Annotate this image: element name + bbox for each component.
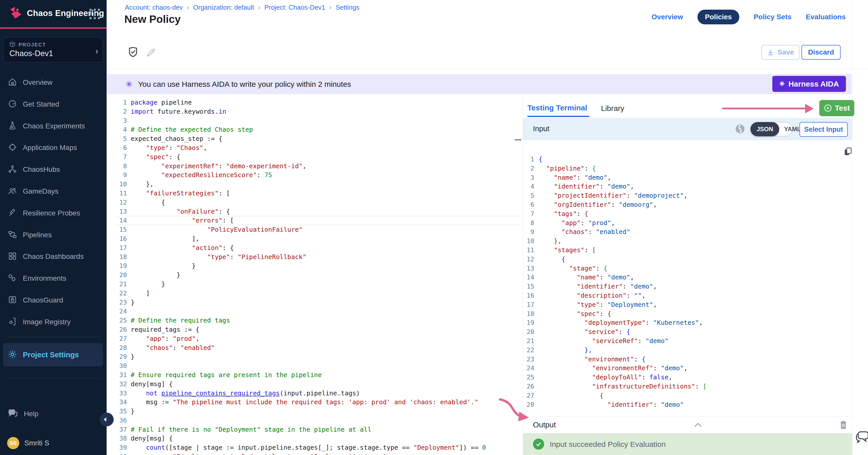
format-toggle: JSON YAML	[750, 122, 793, 136]
sidebar-item-get-started[interactable]: Get Started	[0, 93, 106, 115]
sidebar-user[interactable]: SS Smriti S	[7, 437, 49, 449]
pipeline-icon	[8, 230, 17, 240]
toggle-json[interactable]: JSON	[750, 122, 779, 136]
sidebar-item-pipelines[interactable]: Pipelines	[0, 224, 106, 246]
breadcrumb-separator: ›	[258, 4, 260, 11]
project-selector[interactable]: PROJECT Chaos-Dev1 ›	[3, 37, 103, 62]
tab-policies[interactable]: Policies	[698, 10, 740, 24]
sidebar-item-image-registry[interactable]: Image Registry	[0, 311, 106, 333]
code-line: 37# Fail if there is no "Deployment" sta…	[106, 425, 523, 434]
code-line: 15 "PolicyEvaluationFailure"	[106, 225, 523, 234]
tab-overview[interactable]: Overview	[652, 13, 683, 21]
sidebar-item-label: Application Maps	[23, 143, 77, 152]
code-line: 22 },	[523, 346, 850, 355]
code-line: 21 "serviceRef": "demo"	[523, 336, 850, 346]
code-line: 28 "chaos": "enabled"	[106, 343, 523, 353]
code-line: 2 "pipeline": {	[523, 164, 850, 173]
annotation-arrowhead	[805, 104, 814, 113]
aida-banner: ✳ You can use Harness AIDA to write your…	[106, 74, 851, 94]
code-line: 34 msg := "The pipeline must include the…	[106, 398, 523, 407]
sidebar-item-help[interactable]: ? Help	[8, 408, 38, 420]
sidebar-item-overview[interactable]: Overview	[0, 71, 106, 93]
svg-text:?: ?	[11, 410, 13, 414]
apps-grid-icon[interactable]	[89, 9, 100, 20]
breadcrumb-item[interactable]: Settings	[336, 4, 360, 11]
success-check-icon	[533, 438, 544, 450]
sidebar-item-environments[interactable]: Environments	[0, 267, 106, 289]
sidebar-item-project-settings[interactable]: Project Settings	[3, 343, 103, 366]
content-card-edge	[852, 0, 852, 455]
sparkle-icon: ✳	[779, 80, 785, 88]
code-line: 35}	[106, 407, 523, 416]
save-button[interactable]: Save	[762, 45, 800, 60]
sidebar-item-chaosguard[interactable]: ChaosGuard	[0, 289, 106, 311]
sidebar-item-label: Overview	[23, 78, 53, 87]
sidebar-item-chaos-experiments[interactable]: Chaos Experiments	[0, 115, 106, 137]
code-line: 31# Ensure required tags are present in …	[106, 370, 523, 380]
chat-widget-icon[interactable]	[855, 429, 868, 445]
code-line: 14 "name": "demo",	[523, 273, 850, 282]
aida-banner-text: You can use Harness AIDA to write your p…	[138, 80, 351, 89]
code-line: 12 {	[106, 198, 523, 207]
page-title: New Policy	[124, 13, 181, 25]
trash-icon[interactable]	[839, 420, 848, 431]
harness-aida-button[interactable]: ✳ Harness AIDA	[772, 76, 846, 92]
input-json-editor[interactable]: 1{2 "pipeline": {3 "name": "demo",4 "ide…	[523, 155, 850, 409]
output-section-header: Output	[523, 416, 852, 433]
tab-evaluations[interactable]: Evaluations	[806, 13, 846, 21]
discard-button[interactable]: Discard	[802, 45, 841, 60]
policy-code-editor[interactable]: 1package pipeline2import future.keywords…	[106, 98, 523, 455]
code-line: 20 }	[106, 270, 523, 280]
code-line: 24 "environmentRef": "demo",	[523, 364, 850, 373]
sidebar-item-label: Help	[24, 410, 38, 418]
harness-chaos-logo-icon	[9, 6, 23, 21]
code-line: 25# Define the required tags	[106, 316, 523, 325]
shield-check-icon[interactable]	[127, 46, 139, 59]
test-button[interactable]: Test	[819, 100, 854, 116]
code-line: 27 {	[523, 391, 850, 400]
code-line: 6 "type": "Chaos",	[106, 143, 523, 153]
code-line: 11 "stages": [	[523, 246, 850, 255]
flask-icon	[8, 121, 17, 131]
breadcrumb-item[interactable]: Project: Chaos-Dev1	[265, 4, 326, 11]
sidebar-item-chaos-dashboards[interactable]: Chaos Dashboards	[0, 246, 106, 267]
code-line: 8 "experimentRef": "demo-experiment-id",	[106, 162, 523, 171]
annotation-arrow-to-output	[497, 398, 532, 427]
probe-icon	[8, 208, 17, 219]
dashboard-icon	[8, 251, 17, 262]
code-line: 19 "deploymentType": "Kubernetes",	[523, 318, 850, 327]
code-line: 14 "errors": [	[106, 216, 523, 225]
code-line: 17 "type": "Deployment",	[523, 300, 850, 309]
brand-accent-bar	[0, 27, 106, 29]
sidebar-item-gamedays[interactable]: GameDays	[0, 181, 106, 202]
select-input-button[interactable]: Select Input	[800, 122, 848, 137]
avatar: SS	[7, 437, 19, 449]
lock-icon	[8, 295, 17, 305]
code-line: 24	[106, 307, 523, 316]
breadcrumb-separator: ›	[187, 4, 189, 11]
code-line: 36	[106, 416, 523, 425]
chevron-up-icon[interactable]	[694, 422, 702, 429]
code-line: 4# Define the expected Chaos step	[106, 125, 523, 134]
code-line: 9 "expectedResilienceScore": 75	[106, 170, 523, 180]
sidebar-item-chaoshubs[interactable]: ChaosHubs	[0, 159, 106, 181]
tab-library[interactable]: Library	[601, 104, 624, 113]
sidebar-item-label: Get Started	[23, 100, 59, 108]
tab-policy-sets[interactable]: Policy Sets	[753, 13, 792, 21]
breadcrumb-item[interactable]: Account: chaos-dev	[125, 4, 183, 11]
toolbar-divider	[106, 68, 868, 69]
project-name: Chaos-Dev1	[9, 49, 53, 58]
code-line: 13 "onFailure": {	[106, 207, 523, 216]
pencil-icon[interactable]	[146, 47, 156, 59]
app-root: Chaos Engineering PROJECT Chaos-Dev1 › O…	[0, 0, 868, 455]
output-label: Output	[533, 421, 556, 429]
opa-logo-icon[interactable]	[735, 124, 745, 135]
code-line: 32deny[msg] {	[106, 380, 523, 389]
code-line: 26 "infrastructureDefinitions": [	[523, 382, 850, 391]
sidebar-item-application-maps[interactable]: Application Maps	[0, 137, 106, 159]
code-line: 20 "service": {	[523, 327, 850, 336]
input-label: Input	[533, 125, 550, 133]
tab-testing-terminal[interactable]: Testing Terminal	[527, 103, 587, 112]
sidebar-item-resilience-probes[interactable]: Resilience Probes	[0, 202, 106, 224]
breadcrumb-item[interactable]: Organization: default	[193, 4, 254, 11]
